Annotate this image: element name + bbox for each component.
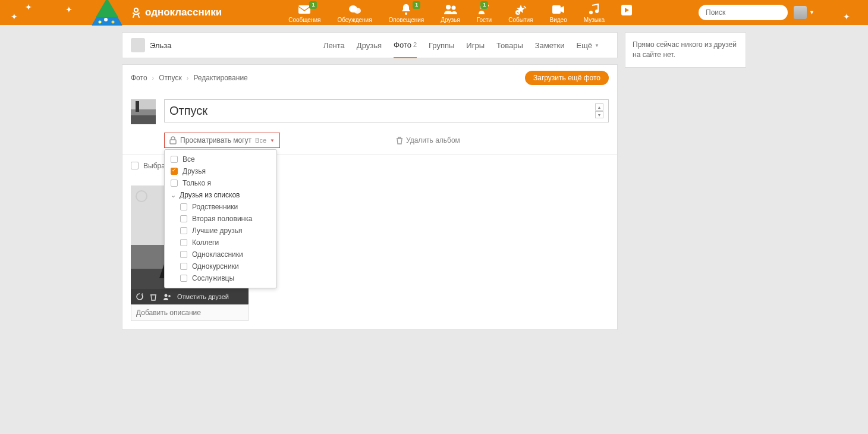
privacy-option-label: Коллеги	[192, 238, 219, 247]
privacy-option[interactable]: Сослуживцы	[165, 272, 276, 284]
checkbox[interactable]	[180, 227, 187, 234]
privacy-trigger[interactable]: Просматривать могут Все ▼	[164, 133, 280, 148]
privacy-option[interactable]: Вторая половинка	[165, 213, 276, 225]
decor-star: ✦	[65, 5, 73, 14]
privacy-option-label: Однокурсники	[192, 262, 239, 271]
privacy-option[interactable]: Только я	[165, 177, 276, 189]
topbar: ✦ ✦ ✦ ✦ ✦ одноклассники 1 Сообщения Обсу…	[0, 0, 868, 25]
svg-point-17	[595, 10, 599, 13]
svg-rect-6	[298, 5, 310, 14]
svg-point-9	[405, 12, 407, 15]
checkbox[interactable]	[180, 203, 187, 210]
nav-label: События	[508, 17, 533, 23]
spin-up[interactable]: ▲	[595, 103, 603, 111]
trash-icon[interactable]	[150, 293, 157, 301]
svg-point-10	[446, 5, 451, 10]
tab-Заметки[interactable]: Заметки	[535, 32, 565, 58]
crumb-photo[interactable]: Фото	[131, 74, 147, 82]
mini-avatar[interactable]	[131, 38, 145, 52]
privacy-option[interactable]: Коллеги	[165, 237, 276, 249]
photo-overlay-actions: Отметить друзей	[131, 289, 249, 304]
friends-online-text: Прямо сейчас никого из друзей на сайте н…	[633, 40, 737, 59]
album-editor-panel: Фото › Отпуск › Редактирование Загрузить…	[122, 64, 618, 330]
crumb-current: Редактирование	[193, 74, 247, 82]
events-icon: 5	[515, 4, 527, 15]
crumb-album[interactable]: Отпуск	[159, 74, 181, 82]
photo-select-circle[interactable]	[136, 190, 147, 202]
search-box[interactable]	[699, 5, 788, 20]
album-cover-thumb[interactable]	[131, 99, 156, 124]
user-menu[interactable]: ▼	[794, 6, 814, 19]
privacy-option[interactable]: Друзья	[165, 165, 276, 177]
privacy-option[interactable]: Все	[165, 153, 276, 165]
profile-name[interactable]: Эльза	[150, 41, 171, 50]
rotate-icon[interactable]	[136, 293, 144, 301]
nav-friends[interactable]: Друзья	[441, 4, 460, 23]
checkbox[interactable]	[171, 156, 178, 163]
nav-music[interactable]: Музыка	[584, 4, 605, 23]
nav-label: Гости	[477, 17, 492, 23]
delete-album-link[interactable]: Удалить альбом	[396, 136, 460, 144]
checkbox[interactable]	[180, 215, 187, 222]
checkbox[interactable]	[180, 275, 187, 282]
privacy-dropdown: ВсеДрузьяТолько я ⌄ Друзья из списков Ро…	[164, 149, 277, 288]
nav-discussions[interactable]: Обсуждения	[337, 4, 372, 23]
svg-rect-19	[170, 140, 176, 144]
nav-center: 1 Сообщения Обсуждения 1 Оповещения Друз…	[288, 2, 632, 23]
tab-count: 2	[413, 41, 417, 48]
tag-icon[interactable]	[163, 293, 171, 301]
nav-badge: 1	[480, 1, 488, 9]
privacy-option[interactable]: Лучшие друзья	[165, 225, 276, 237]
privacy-option[interactable]: Родственники	[165, 201, 276, 213]
nav-video[interactable]: Видео	[549, 4, 567, 23]
checkbox[interactable]	[180, 239, 187, 246]
music-icon	[589, 4, 599, 15]
trash-icon	[396, 137, 403, 144]
privacy-option-label: Друзья	[183, 167, 206, 175]
checkbox[interactable]	[171, 168, 178, 175]
select-all-checkbox[interactable]	[131, 162, 139, 169]
privacy-option[interactable]: Одноклассники	[165, 249, 276, 260]
decor-star: ✦	[778, 4, 785, 13]
chevron-right-icon: ›	[152, 74, 155, 81]
svg-point-5	[134, 8, 138, 12]
chevron-down-icon: ▼	[270, 138, 275, 143]
tab-Друзья[interactable]: Друзья	[357, 32, 382, 58]
checkbox[interactable]	[171, 180, 178, 187]
privacy-group-toggle[interactable]: ⌄ Друзья из списков	[165, 189, 276, 201]
svg-point-11	[451, 6, 455, 10]
nav-events[interactable]: 5 События	[508, 4, 533, 23]
nav-label: Сообщения	[288, 17, 320, 23]
privacy-group-label: Друзья из списков	[180, 191, 240, 199]
nav-guests[interactable]: 1 Гости	[477, 4, 492, 23]
decor-star: ✦	[25, 2, 32, 12]
privacy-row: Просматривать могут Все ▼ Удалить альбом…	[122, 133, 617, 154]
chevron-right-icon: ›	[187, 74, 189, 81]
privacy-option-label: Все	[183, 155, 195, 163]
spin-down[interactable]: ▼	[595, 111, 603, 118]
upload-more-button[interactable]: Загрузить ещё фото	[525, 71, 609, 85]
svg-point-20	[165, 294, 168, 297]
checkbox[interactable]	[180, 251, 187, 258]
album-title-field[interactable]: ▲ ▼	[164, 99, 609, 122]
nav-play[interactable]	[621, 4, 632, 15]
nav-notifications[interactable]: 1 Оповещения	[389, 4, 424, 23]
tab-Лента[interactable]: Лента	[323, 32, 345, 58]
svg-point-2	[104, 18, 108, 21]
tab-Фото[interactable]: Фото2	[394, 32, 417, 58]
chevron-down-icon: ⌄	[171, 191, 176, 199]
photo-description-input[interactable]	[131, 304, 249, 321]
tag-friends-label[interactable]: Отметить друзей	[177, 293, 229, 300]
nav-messages[interactable]: 1 Сообщения	[288, 4, 320, 23]
brand-logo[interactable]: одноклассники	[131, 7, 222, 18]
tab-Товары[interactable]: Товары	[496, 32, 523, 58]
privacy-option[interactable]: Однокурсники	[165, 260, 276, 272]
tab-Игры[interactable]: Игры	[466, 32, 485, 58]
tab-Группы[interactable]: Группы	[429, 32, 454, 58]
privacy-value: Все	[255, 137, 266, 144]
nav-label: Обсуждения	[337, 17, 372, 23]
checkbox[interactable]	[180, 263, 187, 270]
nav-badge: 1	[309, 1, 317, 9]
album-title-input[interactable]	[169, 104, 595, 118]
tab-more[interactable]: Ещё▼	[576, 32, 599, 58]
